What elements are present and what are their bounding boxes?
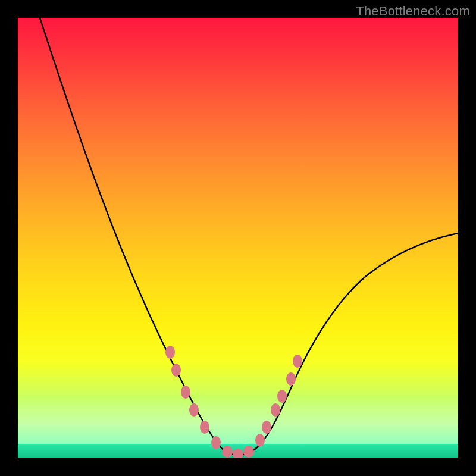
marker-dot bbox=[262, 421, 271, 434]
curve-right bbox=[238, 233, 458, 455]
curve-left bbox=[40, 18, 238, 455]
marker-dot bbox=[222, 446, 233, 458]
curve-layer bbox=[18, 18, 458, 458]
marker-dot bbox=[181, 386, 190, 399]
marker-dot bbox=[243, 446, 254, 458]
marker-dot bbox=[171, 364, 181, 377]
marker-dot bbox=[271, 403, 280, 416]
marker-dot bbox=[211, 436, 221, 449]
marker-dot bbox=[189, 403, 199, 416]
chart-frame: TheBottleneck.com bbox=[0, 0, 476, 476]
watermark-text: TheBottleneck.com bbox=[356, 4, 470, 19]
marker-dot bbox=[165, 346, 175, 359]
marker-dot bbox=[200, 421, 209, 434]
marker-dot bbox=[286, 372, 296, 386]
marker-dot bbox=[233, 449, 243, 458]
marker-dot bbox=[293, 355, 302, 368]
plot-area bbox=[18, 18, 458, 458]
marker-dot bbox=[255, 434, 265, 447]
marker-group bbox=[165, 346, 302, 458]
marker-dot bbox=[277, 390, 287, 403]
